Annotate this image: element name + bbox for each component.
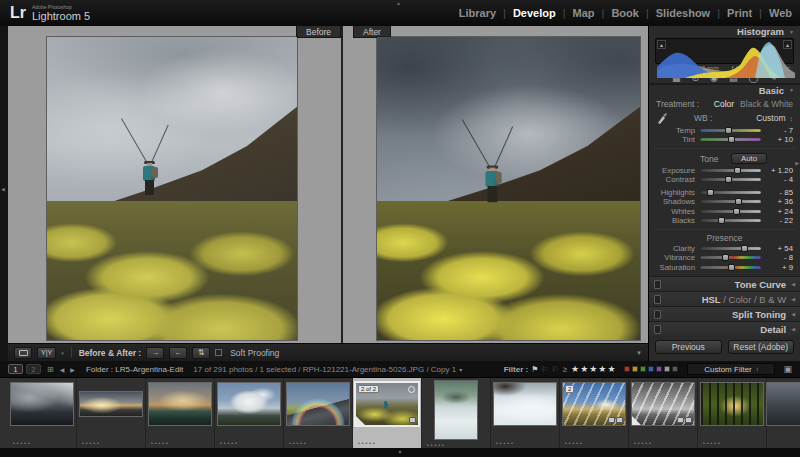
adjustment-badge-icon[interactable] <box>608 417 615 423</box>
module-develop[interactable]: Develop <box>513 7 556 19</box>
filmstrip-cell-6[interactable]: 2 of 2••••• <box>353 378 422 448</box>
filmstrip-cell-10[interactable]: ••••• <box>629 378 698 448</box>
thumbnail[interactable]: 2 <box>563 383 625 425</box>
slider-track-highlights[interactable] <box>700 191 761 194</box>
toolbar-disclosure-icon[interactable]: ▼ <box>636 350 642 356</box>
filmstrip-collapse-icon[interactable]: ▼ <box>398 450 403 455</box>
wb-eyedropper-icon[interactable] <box>656 112 668 125</box>
flag-picked-filter-icon[interactable]: ⚑ <box>531 365 538 374</box>
thumbnail[interactable] <box>435 381 477 439</box>
color-label-chip[interactable] <box>672 366 678 372</box>
thumbnail[interactable] <box>287 383 349 425</box>
filmstrip-cell-1[interactable]: ••••• <box>8 378 77 448</box>
filmstrip-cell-4[interactable]: ••••• <box>215 378 284 448</box>
slider-track-shadows[interactable] <box>700 200 761 203</box>
primary-window-button[interactable]: 1 <box>8 364 23 374</box>
slider-knob[interactable] <box>725 127 732 134</box>
grid-view-icon[interactable]: ⊞ <box>47 365 54 374</box>
color-label-chip[interactable] <box>664 366 670 372</box>
slider-track-vibrance[interactable] <box>700 256 761 259</box>
thumbnail[interactable] <box>701 383 763 425</box>
slider-knob[interactable] <box>735 198 742 205</box>
module-map[interactable]: Map <box>573 7 595 19</box>
slider-track-saturation[interactable] <box>700 266 761 269</box>
slider-track-tint[interactable] <box>700 138 761 141</box>
histogram[interactable]: ▲ ▲ <box>655 38 794 64</box>
slider-knob[interactable] <box>707 189 714 196</box>
loupe-view-button[interactable] <box>14 347 32 359</box>
thumbnail[interactable] <box>149 383 211 425</box>
panel-section-tone-curve[interactable]: Tone Curve◀ <box>649 276 800 291</box>
before-image[interactable] <box>47 37 297 340</box>
thumbnail[interactable] <box>218 383 280 425</box>
left-panel-collapsed[interactable]: ◀ <box>0 26 8 361</box>
filmstrip-cell-9[interactable]: 2••••• <box>560 378 629 448</box>
panel-toggle[interactable] <box>654 325 661 334</box>
filmstrip-cell-3[interactable]: ••••• <box>146 378 215 448</box>
filmstrip-cell-5[interactable]: ••••• <box>284 378 353 448</box>
adjustment-badge-icon[interactable] <box>616 417 623 423</box>
left-panel-collapse-icon[interactable]: ◀ <box>1 186 5 192</box>
thumbnail[interactable] <box>11 383 73 425</box>
panel-expand-icon[interactable]: ◀ <box>791 281 795 287</box>
color-label-chip[interactable] <box>640 366 646 372</box>
source-dropdown-icon[interactable]: ▾ <box>459 366 462 373</box>
panel-expand-icon[interactable]: ◀ <box>791 296 795 302</box>
slider-track-blacks[interactable] <box>700 219 761 222</box>
color-label-chip[interactable] <box>656 366 662 372</box>
soft-proofing-checkbox[interactable] <box>215 349 222 356</box>
panel-section-split-toning[interactable]: Split Toning◀ <box>649 306 800 321</box>
basic-collapse-icon[interactable]: ▼ <box>789 87 794 93</box>
panel-toggle[interactable] <box>654 280 661 289</box>
filmstrip-cell-12[interactable] <box>767 378 800 448</box>
copy-after-to-before-button[interactable]: ← <box>169 347 187 359</box>
panel-expand-icon[interactable]: ◀ <box>791 326 795 332</box>
filter-preset-dropdown[interactable]: Custom Filter ↕ <box>687 363 775 375</box>
panel-toggle[interactable] <box>654 295 661 304</box>
module-web[interactable]: Web <box>769 7 792 19</box>
adjustment-badge-icon[interactable] <box>685 417 692 423</box>
slider-track-whites[interactable] <box>700 210 761 213</box>
before-after-view-button[interactable]: Y|Y <box>37 347 56 359</box>
histogram-header[interactable]: Histogram ▼ <box>649 26 800 37</box>
slider-knob[interactable] <box>728 136 735 143</box>
panel-expand-icon[interactable]: ◀ <box>791 311 795 317</box>
reset-button[interactable]: Reset (Adobe) <box>728 340 795 354</box>
rating-operator[interactable]: ≥ <box>563 365 567 374</box>
module-print[interactable]: Print <box>727 7 752 19</box>
adjustment-badge-icon[interactable] <box>409 417 416 423</box>
before-tab[interactable]: Before <box>296 26 341 38</box>
next-photo-icon[interactable]: ▶ <box>70 366 75 373</box>
previous-button[interactable]: Previous <box>655 340 722 354</box>
slider-knob[interactable] <box>741 245 748 252</box>
module-library[interactable]: Library <box>459 7 496 19</box>
star-filter-icon[interactable]: ★ <box>571 364 580 374</box>
auto-tone-button[interactable]: Auto <box>731 153 767 164</box>
panel-toggle[interactable] <box>654 310 661 319</box>
thumbnail[interactable] <box>494 383 556 425</box>
swap-before-after-button[interactable]: ⇅ <box>192 347 210 359</box>
slider-knob[interactable] <box>733 208 740 215</box>
treatment-color-option[interactable]: Color <box>714 99 734 109</box>
wb-dropdown-icon[interactable]: ↕ <box>790 115 794 122</box>
slider-knob[interactable] <box>728 264 735 271</box>
after-image[interactable] <box>377 37 640 340</box>
flag-circle-icon[interactable] <box>408 386 415 393</box>
thumbnail[interactable] <box>767 383 800 425</box>
copy-before-to-after-button[interactable]: → <box>146 347 164 359</box>
histogram-collapse-icon[interactable]: ▼ <box>789 29 794 35</box>
filmstrip-cell-11[interactable]: ••••• <box>698 378 767 448</box>
treatment-bw-option[interactable]: Black & White <box>740 99 793 109</box>
module-book[interactable]: Book <box>611 7 639 19</box>
secondary-window-button[interactable]: 2 <box>26 364 41 374</box>
filmstrip-cell-7[interactable]: ••••• <box>422 378 491 448</box>
flag-unflagged-filter-icon[interactable]: ⚐ <box>541 365 548 374</box>
adjustment-badge-icon[interactable] <box>677 417 684 423</box>
slider-knob[interactable] <box>734 167 741 174</box>
slider-track-exposure[interactable] <box>700 169 761 172</box>
module-slideshow[interactable]: Slideshow <box>656 7 710 19</box>
star-filter-icon[interactable]: ★ <box>607 364 616 374</box>
basic-header[interactable]: Basic ▼ <box>649 84 800 96</box>
color-label-chip[interactable] <box>648 366 654 372</box>
thumbnail[interactable] <box>632 383 694 425</box>
